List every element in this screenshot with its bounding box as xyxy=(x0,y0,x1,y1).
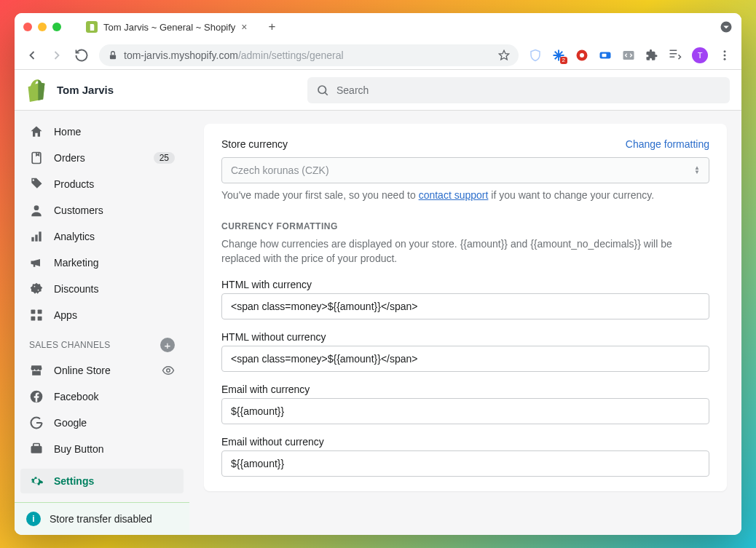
shield-icon[interactable] xyxy=(529,49,542,62)
sidebar-item-discounts[interactable]: Discounts xyxy=(20,277,184,301)
main-content: Store currency Change formatting Czech k… xyxy=(189,111,741,535)
sidebar-item-apps[interactable]: Apps xyxy=(20,303,184,327)
tag-icon xyxy=(29,177,44,191)
home-icon xyxy=(29,124,44,139)
analytics-icon xyxy=(29,229,44,244)
browser-toolbar: tom-jarvis.myshopify.com/admin/settings/… xyxy=(15,41,741,70)
svg-rect-19 xyxy=(38,317,42,321)
sidebar-channel-facebook[interactable]: Facebook xyxy=(20,384,184,409)
shop-name: Tom Jarvis xyxy=(57,84,114,96)
lock-icon xyxy=(108,50,118,60)
email-with-currency-input[interactable] xyxy=(221,398,709,424)
sidebar-channel-google[interactable]: Google xyxy=(20,410,184,435)
store-transfer-notice[interactable]: i Store transfer disabled xyxy=(15,502,189,535)
browser-window: Tom Jarvis ~ General ~ Shopify × + tom-j… xyxy=(15,13,741,535)
sidebar-item-label: Customers xyxy=(54,204,103,216)
sidebar-item-label: Products xyxy=(54,178,94,190)
traffic-lights xyxy=(23,23,61,31)
address-bar[interactable]: tom-jarvis.myshopify.com/admin/settings/… xyxy=(99,44,519,66)
svg-point-20 xyxy=(167,369,170,373)
shopify-favicon-icon xyxy=(86,21,98,33)
orders-icon xyxy=(29,151,44,165)
apps-icon xyxy=(29,308,44,322)
sidebar-channel-buy-button[interactable]: Buy Button xyxy=(20,437,184,461)
sidebar-item-label: Home xyxy=(54,126,81,138)
sidebar-item-label: Analytics xyxy=(54,231,95,242)
svg-point-7 xyxy=(724,50,726,52)
discount-icon xyxy=(29,282,44,296)
email-without-currency-input[interactable] xyxy=(221,450,709,477)
orders-badge: 25 xyxy=(154,152,175,164)
svg-rect-17 xyxy=(38,310,42,314)
sidebar-item-orders[interactable]: Orders 25 xyxy=(20,146,184,170)
sidebar-item-label: Marketing xyxy=(54,257,98,269)
profile-avatar[interactable]: T xyxy=(692,47,708,63)
sidebar-item-settings[interactable]: Settings xyxy=(20,469,184,493)
extension-icons: 2 T xyxy=(529,47,731,63)
buy-button-icon xyxy=(29,442,44,456)
contact-support-link[interactable]: contact support xyxy=(419,189,489,201)
dropdown-icon[interactable] xyxy=(720,20,733,33)
notice-text: Store transfer disabled xyxy=(50,513,152,525)
sidebar-item-label: Online Store xyxy=(54,365,111,376)
minimize-window-button[interactable] xyxy=(38,23,47,31)
html-with-currency-label: HTML with currency xyxy=(221,279,709,290)
sidebar-item-label: Orders xyxy=(54,152,85,164)
playlist-icon[interactable] xyxy=(669,49,682,62)
html-with-currency-input[interactable] xyxy=(221,293,709,319)
currency-formatting-desc: Change how currencies are displayed on y… xyxy=(221,237,709,266)
email-without-currency-label: Email without currency xyxy=(221,436,709,448)
svg-point-12 xyxy=(34,205,39,210)
store-icon xyxy=(29,363,44,378)
sidebar-item-analytics[interactable]: Analytics xyxy=(20,224,184,249)
browser-chrome: Tom Jarvis ~ General ~ Shopify × + tom-j… xyxy=(15,13,741,70)
maximize-window-button[interactable] xyxy=(52,23,61,31)
code-icon[interactable] xyxy=(622,49,635,62)
html-without-currency-input[interactable] xyxy=(221,346,709,372)
change-formatting-link[interactable]: Change formatting xyxy=(626,138,709,150)
svg-point-3 xyxy=(580,53,584,57)
eye-icon[interactable] xyxy=(162,364,175,377)
menu-icon[interactable] xyxy=(718,49,731,62)
puzzle-icon[interactable] xyxy=(645,49,658,62)
sidebar: Home Orders 25 Products Customers xyxy=(15,111,189,535)
snowflake-icon[interactable]: 2 xyxy=(552,49,565,62)
person-icon xyxy=(29,203,44,218)
sidebar-item-marketing[interactable]: Marketing xyxy=(20,250,184,275)
video-icon[interactable] xyxy=(599,49,612,62)
close-tab-icon[interactable]: × xyxy=(241,21,247,33)
sidebar-item-customers[interactable]: Customers xyxy=(20,198,184,223)
gear-icon xyxy=(29,474,44,488)
search-placeholder: Search xyxy=(336,84,369,96)
back-button[interactable] xyxy=(25,48,39,63)
svg-rect-1 xyxy=(110,55,116,59)
sidebar-item-home[interactable]: Home xyxy=(20,119,184,144)
facebook-icon xyxy=(29,389,44,404)
new-tab-button[interactable]: + xyxy=(262,17,283,37)
svg-rect-14 xyxy=(35,235,37,242)
search-input[interactable]: Search xyxy=(307,77,730,103)
svg-point-8 xyxy=(724,54,726,56)
store-currency-label: Store currency xyxy=(221,138,288,150)
add-channel-button[interactable]: + xyxy=(160,338,175,352)
currency-helper-text: You've made your first sale, so you need… xyxy=(221,189,709,201)
sidebar-item-products[interactable]: Products xyxy=(20,172,184,196)
close-window-button[interactable] xyxy=(23,23,32,31)
app-body: Home Orders 25 Products Customers xyxy=(15,111,741,535)
sidebar-section-channels: SALES CHANNELS + xyxy=(20,329,184,357)
currency-select[interactable]: Czech korunas (CZK) ▲▼ xyxy=(221,157,709,183)
shopify-app: Tom Jarvis Search Home Orders 25 xyxy=(15,70,741,535)
currency-select-value: Czech korunas (CZK) xyxy=(231,164,329,176)
currency-card: Store currency Change formatting Czech k… xyxy=(204,124,727,491)
svg-point-10 xyxy=(318,86,326,94)
url-host: tom-jarvis.myshopify.com/admin/settings/… xyxy=(124,49,344,61)
browser-tab[interactable]: Tom Jarvis ~ General ~ Shopify × xyxy=(77,17,256,37)
star-icon[interactable] xyxy=(498,49,510,61)
sidebar-channel-online-store[interactable]: Online Store xyxy=(20,358,184,383)
reload-button[interactable] xyxy=(74,48,89,63)
sidebar-item-label: Apps xyxy=(54,309,77,321)
extension-badge: 2 xyxy=(560,57,567,64)
forward-button[interactable] xyxy=(50,48,64,63)
tab-title: Tom Jarvis ~ General ~ Shopify xyxy=(103,22,235,33)
ublock-icon[interactable] xyxy=(575,49,588,62)
